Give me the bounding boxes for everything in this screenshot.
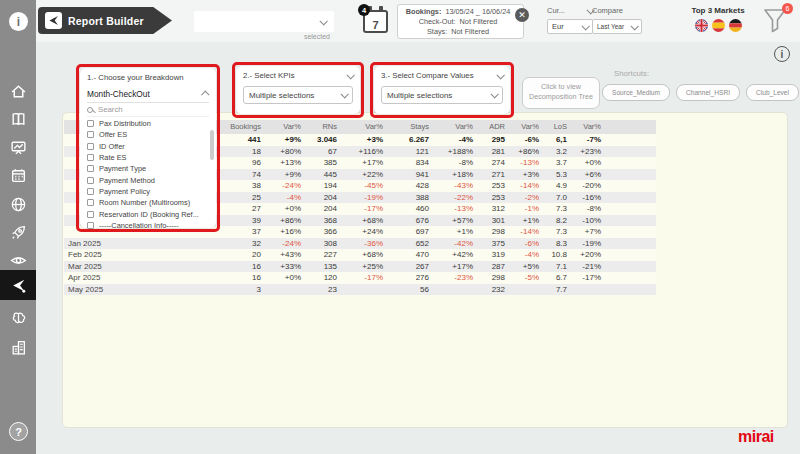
property-selected-caption: selected bbox=[194, 33, 334, 40]
decomposition-tree-button[interactable]: Click to view Decomposition Tree bbox=[522, 77, 600, 109]
property-selector[interactable] bbox=[194, 11, 334, 32]
table-cell: +6% bbox=[572, 169, 606, 181]
table-cell: -23% bbox=[434, 272, 478, 284]
breakdown-select[interactable]: Month-CheckOut bbox=[87, 86, 209, 103]
option-checkbox[interactable] bbox=[87, 143, 94, 150]
breakdown-title: 1.- Choose your Breakdown bbox=[87, 73, 184, 82]
column-header: Stays bbox=[388, 120, 434, 134]
decomposition-line1: Click to view bbox=[523, 82, 599, 92]
sidebar-item-ai[interactable] bbox=[0, 305, 36, 331]
shortcut-button[interactable]: Club_Level bbox=[746, 84, 799, 101]
option-checkbox[interactable] bbox=[87, 222, 94, 229]
table-cell: +17% bbox=[342, 157, 388, 169]
table-row[interactable]: May 2025323562327.7 bbox=[64, 284, 656, 296]
table-cell: +80% bbox=[266, 146, 306, 158]
sidebar-item-calendar[interactable] bbox=[0, 162, 36, 188]
column-header: Bookings bbox=[210, 120, 266, 134]
info-icon[interactable]: i bbox=[774, 46, 790, 62]
mirai-logo-icon bbox=[45, 12, 62, 29]
table-cell: 96 bbox=[210, 157, 266, 169]
breakdown-option[interactable]: Pax Distribution bbox=[87, 118, 214, 129]
table-cell: 27 bbox=[210, 203, 266, 215]
option-checkbox[interactable] bbox=[87, 177, 94, 184]
help-icon[interactable]: ? bbox=[9, 422, 28, 441]
chevron-down-icon[interactable] bbox=[346, 71, 354, 79]
table-cell: 56 bbox=[388, 284, 434, 296]
compare-select[interactable]: Last Year bbox=[592, 19, 642, 34]
chevron-down-icon[interactable] bbox=[496, 71, 504, 79]
table-cell: -20% bbox=[572, 180, 606, 192]
breakdown-option[interactable]: Reservation ID (Booking Ref... bbox=[87, 208, 214, 219]
table-cell: +86% bbox=[266, 215, 306, 227]
sidebar-item-markets[interactable] bbox=[0, 191, 36, 217]
table-cell: 16 bbox=[210, 272, 266, 284]
sidebar-item-analytics[interactable] bbox=[0, 134, 36, 160]
filter-count-badge: 6 bbox=[782, 3, 793, 14]
table-cell: +188% bbox=[434, 146, 478, 158]
book-icon bbox=[10, 111, 27, 128]
option-checkbox[interactable] bbox=[87, 199, 94, 206]
option-checkbox[interactable] bbox=[87, 131, 94, 138]
table-cell: -5% bbox=[510, 272, 544, 284]
sidebar-item-bookings[interactable] bbox=[0, 106, 36, 132]
compare-values-select[interactable]: Multiple selections bbox=[381, 86, 503, 104]
table-cell: -14% bbox=[510, 226, 544, 238]
table-cell: -24% bbox=[266, 180, 306, 192]
calendar-icon bbox=[10, 167, 27, 184]
currency-group: Cur... Eur bbox=[547, 6, 593, 34]
breakdown-option[interactable]: -----Cancellation Info----- bbox=[87, 220, 214, 231]
kpis-select[interactable]: Multiple selections bbox=[243, 86, 353, 104]
breakdown-option[interactable]: Payment Method bbox=[87, 174, 214, 185]
option-checkbox[interactable] bbox=[87, 211, 94, 218]
table-cell: 385 bbox=[306, 157, 342, 169]
scrollbar-thumb[interactable] bbox=[210, 130, 214, 160]
sidebar-item-campaigns[interactable] bbox=[0, 219, 36, 245]
info-icon[interactable]: i bbox=[9, 12, 28, 31]
rocket-icon bbox=[10, 224, 27, 241]
checkout-filter-value: Not Filtered bbox=[460, 17, 498, 27]
clear-filter-button[interactable]: ✕ bbox=[515, 8, 529, 22]
shortcut-button[interactable]: Channel_HSRI bbox=[676, 84, 740, 101]
table-cell: +68% bbox=[342, 249, 388, 261]
breakdown-option[interactable]: Offer ES bbox=[87, 129, 214, 140]
filter-funnel-button[interactable]: 6 bbox=[763, 8, 789, 36]
breakdown-option[interactable]: Rate ES bbox=[87, 152, 214, 163]
table-row[interactable]: Feb 202520+43%227+68%470+42%319-4%10.8+2… bbox=[64, 249, 656, 261]
breakdown-option[interactable]: Payment Type bbox=[87, 163, 214, 174]
breakdown-option[interactable]: Payment Policy bbox=[87, 186, 214, 197]
sidebar-item-home[interactable] bbox=[0, 78, 36, 104]
table-row[interactable]: Mar 202516+33%135+25%267+17%287+5%7.1-21… bbox=[64, 261, 656, 273]
option-checkbox[interactable] bbox=[87, 165, 94, 172]
column-header: Var% bbox=[434, 120, 478, 134]
table-cell: -1% bbox=[510, 203, 544, 215]
table-row[interactable]: Apr 202516+0%120-17%276-23%298-5%6.7-17% bbox=[64, 272, 656, 284]
table-cell: 276 bbox=[388, 272, 434, 284]
sidebar-item-hotel[interactable] bbox=[0, 334, 36, 360]
shortcut-button[interactable]: Source_Medium bbox=[602, 84, 670, 101]
date-picker[interactable]: 7 4 bbox=[363, 6, 388, 34]
table-cell: 10.8 bbox=[544, 249, 572, 261]
table-cell: 23 bbox=[306, 284, 342, 296]
table-cell: -17% bbox=[342, 203, 388, 215]
table-cell: -19% bbox=[342, 192, 388, 204]
table-cell: 281 bbox=[478, 146, 510, 158]
table-cell: 295 bbox=[478, 134, 510, 146]
table-cell: +68% bbox=[342, 215, 388, 227]
table-cell: 18 bbox=[210, 146, 266, 158]
table-row[interactable]: Jan 202532-24%308-36%652-42%375-6%8.3-19… bbox=[64, 238, 656, 250]
row-label: Apr 2025 bbox=[64, 272, 210, 284]
breakdown-option[interactable]: ID Offer bbox=[87, 141, 214, 152]
table-cell: +25% bbox=[342, 261, 388, 273]
table-cell: 7.1 bbox=[544, 261, 572, 273]
table-cell: 16 bbox=[210, 261, 266, 273]
breakdown-search[interactable]: Search bbox=[87, 103, 209, 117]
breakdown-option[interactable]: Room Number (Multirooms) bbox=[87, 197, 214, 208]
sidebar-item-report-builder-active[interactable] bbox=[0, 270, 36, 300]
currency-select[interactable]: Eur bbox=[547, 19, 593, 34]
table-cell: 6.267 bbox=[388, 134, 434, 146]
option-checkbox[interactable] bbox=[87, 154, 94, 161]
table-cell: -22% bbox=[434, 192, 478, 204]
option-label: Offer ES bbox=[99, 130, 127, 139]
option-checkbox[interactable] bbox=[87, 188, 94, 195]
option-checkbox[interactable] bbox=[87, 120, 94, 127]
